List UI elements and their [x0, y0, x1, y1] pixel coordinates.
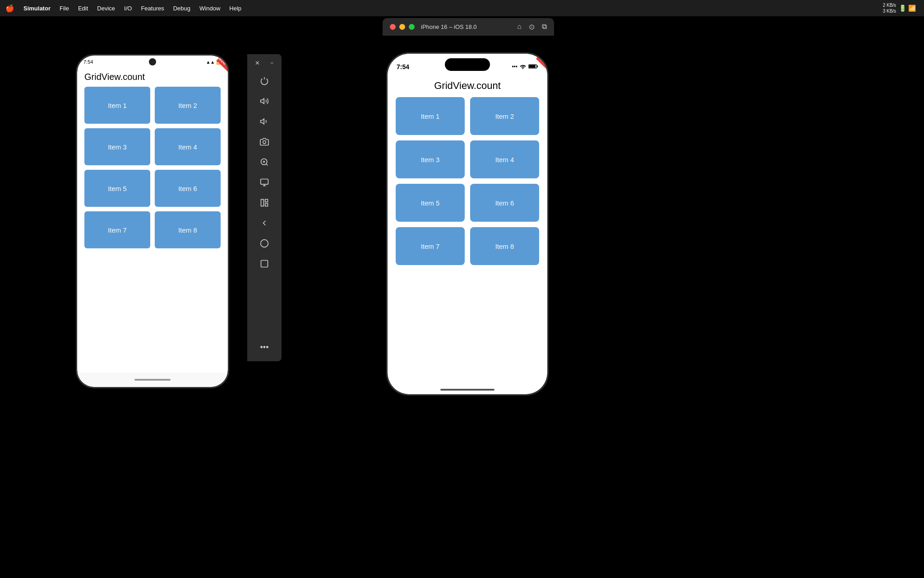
- iphone-grid-item-2[interactable]: Item 2: [470, 97, 539, 135]
- ios-titlebar: iPhone 16 – iOS 18.0 ⌂ ⊙ ⧉: [383, 18, 554, 36]
- svg-rect-9: [265, 200, 268, 202]
- screenshot-icon[interactable]: ⊙: [529, 23, 535, 31]
- iphone-wifi-icon: [519, 64, 527, 70]
- apple-logo: 🍎: [5, 4, 14, 13]
- android-toolbar: ✕ − •••: [247, 54, 282, 361]
- toolbar-volume-down-icon[interactable]: [247, 112, 282, 133]
- iphone-home-bar: [440, 389, 494, 391]
- iphone-grid: Item 1 Item 2 Item 3 Item 4 Item 5 Item …: [388, 97, 547, 265]
- android-time: 7:54: [83, 59, 93, 65]
- menu-file[interactable]: File: [55, 4, 74, 13]
- android-screen: DEBUG 7:54 ▲▲ 📶 GridView.count Item 1 It…: [77, 56, 228, 387]
- maximize-button[interactable]: [409, 24, 415, 30]
- menu-window[interactable]: Window: [195, 4, 225, 13]
- iphone-battery-icon: [528, 64, 538, 70]
- svg-rect-7: [261, 179, 268, 185]
- minimize-button[interactable]: [399, 24, 405, 30]
- menu-simulator[interactable]: Simulator: [19, 4, 55, 13]
- android-grid-item-2[interactable]: Item 2: [155, 87, 221, 124]
- svg-point-2: [263, 141, 266, 144]
- iphone-grid-item-1[interactable]: Item 1: [396, 97, 465, 135]
- toolbar-screen-mirror-icon[interactable]: [247, 173, 282, 194]
- iphone-grid-item-3[interactable]: Item 3: [396, 140, 465, 178]
- svg-rect-14: [537, 65, 538, 67]
- close-button[interactable]: [390, 24, 396, 30]
- menu-bar: 🍎 Simulator File Edit Device I/O Feature…: [0, 0, 924, 16]
- iphone-grid-item-6[interactable]: Item 6: [470, 184, 539, 222]
- copy-icon[interactable]: ⧉: [542, 23, 547, 31]
- svg-marker-1: [261, 119, 264, 124]
- iphone-grid-item-8[interactable]: Item 8: [470, 227, 539, 265]
- toolbar-zoom-icon[interactable]: [247, 153, 282, 173]
- iphone-grid-item-7[interactable]: Item 7: [396, 227, 465, 265]
- android-grid-item-1[interactable]: Item 1: [84, 87, 150, 124]
- iphone-grid-item-4[interactable]: Item 4: [470, 140, 539, 178]
- android-home-indicator: [134, 379, 171, 381]
- iphone-time: 7:54: [397, 63, 409, 70]
- toolbar-home-icon[interactable]: [247, 234, 282, 255]
- android-camera-notch: [149, 58, 156, 65]
- menu-features[interactable]: Features: [136, 4, 168, 13]
- svg-rect-10: [265, 204, 268, 206]
- menu-edit[interactable]: Edit: [74, 4, 92, 13]
- android-app-title: GridView.count: [77, 68, 228, 87]
- iphone-signal-icon: •••: [512, 64, 517, 70]
- iphone-grid-item-5[interactable]: Item 5: [396, 184, 465, 222]
- toolbar-camera-icon[interactable]: [247, 133, 282, 153]
- android-grid-item-3[interactable]: Item 3: [84, 128, 150, 165]
- menu-debug[interactable]: Debug: [169, 4, 195, 13]
- menu-device[interactable]: Device: [92, 4, 120, 13]
- iphone-shell: DEBUG 7:54 ••• GridView.count Item 1 Ite…: [386, 52, 549, 396]
- svg-marker-0: [261, 98, 264, 104]
- svg-rect-8: [261, 200, 264, 206]
- android-nav-bar: [77, 373, 228, 387]
- svg-rect-12: [261, 261, 268, 267]
- simulator-title: iPhone 16 – iOS 18.0: [421, 23, 477, 30]
- network-speed: 2 KB/s3 KB/s: [883, 2, 896, 14]
- iphone-dynamic-island: [445, 58, 490, 71]
- android-grid: Item 1 Item 2 Item 3 Item 4 Item 5 Item …: [77, 87, 228, 248]
- status-icons: 🔋 📶: [899, 5, 916, 12]
- menu-bar-right: 2 KB/s3 KB/s 🔋 📶: [883, 2, 919, 14]
- svg-point-11: [261, 240, 268, 247]
- iphone-status-bar: 7:54 •••: [388, 54, 547, 76]
- toolbar-power-icon[interactable]: [247, 72, 282, 92]
- android-phone-shell: DEBUG 7:54 ▲▲ 📶 GridView.count Item 1 It…: [76, 54, 229, 388]
- android-status-bar: 7:54 ▲▲ 📶: [77, 56, 228, 68]
- iphone-screen: DEBUG 7:54 ••• GridView.count Item 1 Ite…: [388, 54, 547, 394]
- toolbar-close-row: ✕ −: [247, 58, 282, 68]
- titlebar-icons: ⌂ ⊙ ⧉: [517, 23, 547, 31]
- android-grid-item-7[interactable]: Item 7: [84, 211, 150, 248]
- svg-line-4: [266, 164, 268, 166]
- toolbar-more-icon[interactable]: •••: [260, 343, 269, 358]
- home-icon[interactable]: ⌂: [517, 23, 522, 31]
- android-grid-item-8[interactable]: Item 8: [155, 211, 221, 248]
- svg-rect-15: [529, 65, 536, 68]
- toolbar-minimize-icon[interactable]: −: [270, 60, 274, 66]
- android-grid-item-5[interactable]: Item 5: [84, 170, 150, 207]
- menu-help[interactable]: Help: [225, 4, 246, 13]
- android-grid-item-4[interactable]: Item 4: [155, 128, 221, 165]
- android-grid-item-6[interactable]: Item 6: [155, 170, 221, 207]
- iphone-status-icons: •••: [512, 64, 538, 70]
- menu-io[interactable]: I/O: [120, 4, 136, 13]
- toolbar-recents-icon[interactable]: [247, 255, 282, 275]
- toolbar-back-icon[interactable]: [247, 214, 282, 234]
- toolbar-close-icon[interactable]: ✕: [255, 60, 260, 66]
- toolbar-volume-up-icon[interactable]: [247, 92, 282, 112]
- iphone-app-title: GridView.count: [388, 76, 547, 97]
- toolbar-layout-icon[interactable]: [247, 194, 282, 214]
